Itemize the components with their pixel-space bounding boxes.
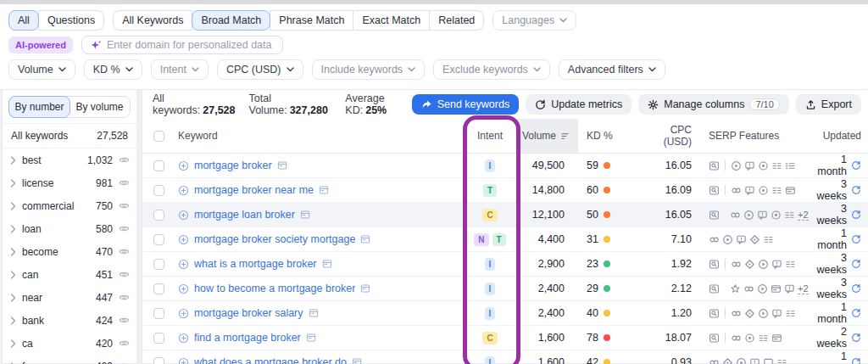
filter-volume[interactable]: Volume xyxy=(8,59,75,80)
row-checkbox[interactable] xyxy=(153,234,164,245)
filter-kd[interactable]: KD % xyxy=(84,59,142,80)
column-header-keyword[interactable]: Keyword xyxy=(173,119,463,154)
refresh-row-icon[interactable] xyxy=(851,333,861,343)
filter-cpc-usd[interactable]: CPC (USD) xyxy=(217,59,303,80)
keyword-link[interactable]: what is a mortgage broker xyxy=(194,258,317,270)
toggle-by-number[interactable]: By number xyxy=(8,96,70,118)
chevron-right-icon xyxy=(10,248,16,256)
group-count: 1,032 xyxy=(87,154,113,166)
serp-more-link[interactable]: +2 xyxy=(798,210,809,221)
row-checkbox[interactable] xyxy=(153,185,164,196)
export-button[interactable]: Export xyxy=(796,94,861,115)
languages-dropdown[interactable]: Languages xyxy=(492,10,576,31)
keyword-link[interactable]: mortgage broker xyxy=(194,160,272,171)
eye-icon xyxy=(119,315,130,326)
row-checkbox[interactable] xyxy=(153,210,164,221)
row-checkbox[interactable] xyxy=(153,333,164,344)
select-all-checkbox[interactable] xyxy=(153,131,164,142)
sidebar-group-loan[interactable]: loan580 xyxy=(3,217,136,240)
refresh-row-icon[interactable] xyxy=(851,210,861,220)
kd-value: 23 xyxy=(587,258,598,270)
keyword-link[interactable]: how to become a mortgage broker xyxy=(194,283,355,294)
manage-columns-button[interactable]: Manage columns 7/10 xyxy=(638,94,789,115)
kd-value: 42 xyxy=(587,356,598,364)
serp-more-link[interactable]: +2 xyxy=(798,283,809,294)
keyword-cell: find a mortgage broker xyxy=(178,332,458,344)
sidebar-group-ca[interactable]: ca420 xyxy=(3,332,136,355)
volume-cell: 1,600 xyxy=(517,350,578,364)
sidebar-group-near[interactable]: near447 xyxy=(3,286,136,309)
sidebar-all-keywords-row[interactable]: All keywords 27,528 xyxy=(3,123,136,148)
column-header-kd[interactable]: KD % xyxy=(578,119,637,154)
refresh-row-icon[interactable] xyxy=(851,283,861,294)
toggle-by-volume[interactable]: By volume xyxy=(70,97,130,117)
review-icon xyxy=(757,210,768,221)
filter-intent[interactable]: Intent xyxy=(151,59,209,80)
tab-phrase-match[interactable]: Phrase Match xyxy=(270,10,353,31)
refresh-row-icon[interactable] xyxy=(851,185,861,195)
sidebar-group-fee[interactable]: fee409 xyxy=(3,355,136,364)
refresh-row-icon[interactable] xyxy=(851,160,861,171)
ai-powered-badge: AI-powered xyxy=(8,36,73,53)
kd-value: 60 xyxy=(587,184,598,196)
intent-badge-c: C xyxy=(482,332,497,344)
volume-cell: 4,400 xyxy=(517,227,578,252)
sidebar-group-best[interactable]: best1,032 xyxy=(3,148,136,171)
keyword-link[interactable]: mortgage loan broker xyxy=(194,209,295,221)
row-checkbox[interactable] xyxy=(153,259,164,270)
sidebar-group-commercial[interactable]: commercial750 xyxy=(3,194,136,217)
refresh-row-icon[interactable] xyxy=(851,259,861,269)
column-header-serp-features[interactable]: SERP Features xyxy=(704,119,805,154)
sidebar-group-become[interactable]: become470 xyxy=(3,240,136,263)
domain-input[interactable] xyxy=(107,39,275,51)
sitelinks-icon xyxy=(758,333,769,344)
keyword-link[interactable]: mortgage broker near me xyxy=(194,184,314,196)
keyword-link[interactable]: what does a mortgage broker do xyxy=(194,356,347,364)
updated-value: 1 month xyxy=(810,154,847,177)
row-checkbox[interactable] xyxy=(153,160,164,171)
refresh-row-icon[interactable] xyxy=(851,357,861,364)
column-header-volume[interactable]: Volume xyxy=(517,119,578,154)
keyword-cell: what is a mortgage broker xyxy=(178,258,458,270)
group-count: 409 xyxy=(96,361,113,364)
updated-value: 1 month xyxy=(810,350,847,364)
sidebar-group-bank[interactable]: bank424 xyxy=(3,309,136,332)
intent-cell: I xyxy=(463,350,517,364)
plus-circle-icon xyxy=(178,234,189,245)
filter-row: VolumeKD %IntentCPC (USD)Include keyword… xyxy=(8,59,860,80)
keyword-link[interactable]: find a mortgage broker xyxy=(194,332,301,344)
column-header-cpc[interactable]: CPC (USD) xyxy=(637,119,704,154)
serp-card-icon xyxy=(306,333,316,343)
serp-features-cell: +2 xyxy=(709,210,800,221)
filter-exclude-keywords[interactable]: Exclude keywords xyxy=(433,59,550,80)
row-checkbox[interactable] xyxy=(153,283,164,294)
plus-circle-icon xyxy=(178,357,189,364)
tab-exact-match[interactable]: Exact Match xyxy=(353,10,430,31)
volume-cell: 1,600 xyxy=(517,326,578,350)
knowledge-icon xyxy=(749,234,760,245)
intent-badge-i: I xyxy=(485,307,496,320)
filter-advanced-filters[interactable]: Advanced filters xyxy=(559,59,665,80)
tab-questions[interactable]: Questions xyxy=(38,10,104,31)
column-header-updated[interactable]: Updated xyxy=(805,119,868,154)
tab-all-keywords[interactable]: All Keywords xyxy=(113,10,192,31)
tab-related[interactable]: Related xyxy=(429,10,484,31)
sidebar-group-license[interactable]: license981 xyxy=(3,171,136,194)
sidebar-group-can[interactable]: can451 xyxy=(3,263,136,286)
video-icon xyxy=(743,210,754,221)
row-checkbox[interactable] xyxy=(153,357,164,364)
refresh-row-icon[interactable] xyxy=(851,234,861,244)
chevron-down-icon xyxy=(559,18,567,23)
keyword-link[interactable]: mortgage broker society mortgage xyxy=(194,233,355,245)
eye-icon xyxy=(119,200,130,211)
serp-card-icon xyxy=(319,185,329,195)
update-metrics-button[interactable]: Update metrics xyxy=(526,94,632,115)
row-checkbox[interactable] xyxy=(153,308,164,319)
tab-all[interactable]: All xyxy=(8,10,39,31)
refresh-row-icon[interactable] xyxy=(851,308,861,318)
filter-include-keywords[interactable]: Include keywords xyxy=(312,59,426,80)
keyword-link[interactable]: mortgage broker salary xyxy=(194,307,303,319)
send-keywords-button[interactable]: Send keywords xyxy=(412,94,519,115)
column-header-intent[interactable]: Intent xyxy=(463,119,517,154)
tab-broad-match[interactable]: Broad Match xyxy=(192,10,270,31)
